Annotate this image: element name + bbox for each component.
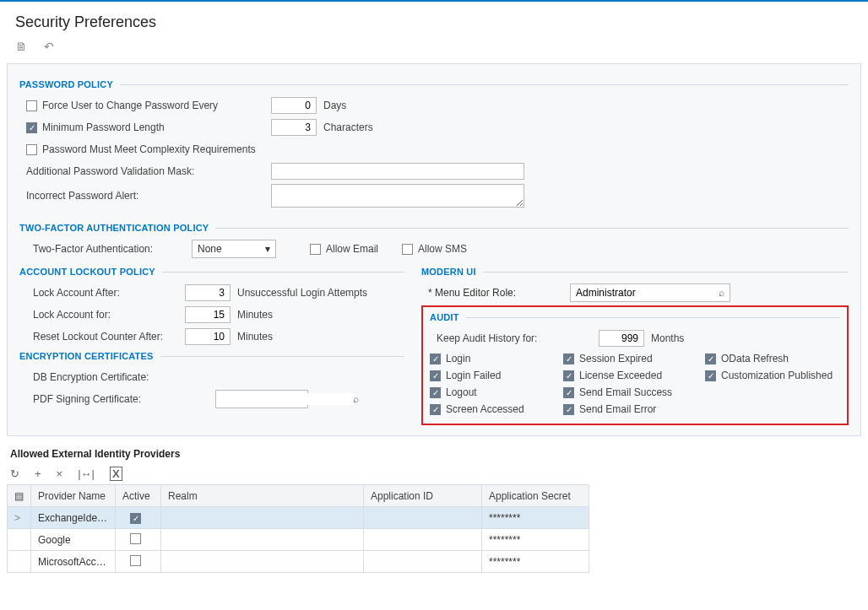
min-length-input[interactable] — [271, 119, 317, 136]
audit-item: ✓Customization Published — [705, 370, 840, 381]
col-provider-name[interactable]: Provider Name — [31, 485, 116, 507]
audit-checkbox[interactable]: ✓ — [430, 354, 441, 364]
table-row[interactable]: MicrosoftAcc…******** — [8, 551, 589, 573]
search-icon[interactable]: ⌕ — [713, 287, 730, 299]
cell-app-id[interactable] — [364, 529, 482, 551]
reset-counter-label: Reset Lockout Counter After: — [33, 331, 163, 343]
row-handle[interactable]: > — [8, 507, 31, 529]
table-row[interactable]: Google******** — [8, 529, 589, 551]
audit-item: ✓Login Failed — [430, 370, 556, 381]
cell-active[interactable] — [116, 551, 161, 573]
refresh-icon[interactable]: ↻ — [10, 467, 19, 480]
cell-app-secret[interactable]: ******** — [482, 529, 589, 551]
delete-icon[interactable]: × — [57, 467, 63, 480]
min-length-checkbox[interactable]: ✓ — [26, 122, 37, 133]
audit-checkbox[interactable]: ✓ — [563, 370, 574, 381]
lock-for-label: Lock Account for: — [33, 309, 111, 321]
active-checkbox[interactable] — [130, 533, 141, 544]
chevron-down-icon: ▾ — [265, 243, 270, 255]
tfa-value: None — [198, 243, 222, 255]
menu-editor-role-lookup[interactable]: ⌕ — [570, 283, 730, 302]
complexity-checkbox[interactable] — [26, 144, 37, 155]
cell-provider-name[interactable]: Google — [31, 529, 116, 551]
audit-item: ✓License Exceeded — [563, 370, 698, 381]
cell-provider-name[interactable]: MicrosoftAcc… — [31, 551, 116, 573]
menu-editor-role-label: * Menu Editor Role: — [421, 287, 570, 299]
audit-label: OData Refresh — [721, 353, 789, 364]
audit-label: Login Failed — [446, 370, 501, 381]
main-panel: PASSWORD POLICY Force User to Change Pas… — [7, 63, 861, 436]
keep-history-label: Keep Audit History for: — [437, 332, 537, 344]
allow-sms-checkbox[interactable] — [402, 244, 413, 255]
audit-label: Send Email Error — [579, 403, 656, 415]
cell-realm[interactable] — [161, 551, 364, 573]
audit-checkbox[interactable]: ✓ — [705, 354, 716, 364]
menu-editor-role-input[interactable] — [571, 287, 713, 299]
active-checkbox[interactable] — [130, 555, 141, 566]
grid-corner[interactable]: ▤ — [8, 485, 31, 507]
keep-history-input[interactable] — [599, 330, 644, 347]
cell-realm[interactable] — [161, 529, 364, 551]
col-app-secret[interactable]: Application Secret — [482, 485, 589, 507]
pdf-cert-input[interactable] — [216, 393, 353, 405]
save-icon[interactable]: 🗎 — [15, 40, 27, 53]
audit-label: Screen Accessed — [446, 403, 524, 415]
page-title: Security Preferences — [0, 2, 868, 40]
cell-app-id[interactable] — [364, 507, 482, 529]
audit-checkbox[interactable]: ✓ — [563, 387, 574, 398]
fit-columns-icon[interactable]: |↔| — [78, 467, 95, 480]
lock-after-label: Lock Account After: — [33, 287, 120, 299]
force-change-checkbox[interactable] — [26, 100, 37, 111]
undo-icon[interactable]: ↶ — [44, 40, 54, 53]
page-toolbar: 🗎 ↶ — [0, 40, 868, 63]
audit-checkbox[interactable]: ✓ — [430, 387, 441, 398]
audit-label: Logout — [446, 386, 477, 398]
export-icon[interactable]: X — [110, 467, 122, 481]
lock-for-unit: Minutes — [237, 309, 273, 321]
audit-checkbox[interactable]: ✓ — [563, 354, 574, 364]
validation-mask-input[interactable] — [271, 163, 524, 180]
audit-item: ✓Logout — [430, 386, 556, 398]
cell-realm[interactable] — [161, 507, 364, 529]
cell-active[interactable]: ✓ — [116, 507, 161, 529]
audit-checkbox[interactable]: ✓ — [563, 404, 574, 415]
audit-label: Login — [446, 353, 470, 364]
tfa-select[interactable]: None ▾ — [192, 240, 276, 258]
incorrect-alert-input[interactable] — [271, 184, 524, 208]
allow-sms-label: Allow SMS — [418, 243, 467, 255]
audit-item — [705, 386, 840, 398]
section-encryption: ENCRYPTION CERTIFICATES — [19, 351, 404, 361]
section-label: MODERN UI — [421, 267, 476, 277]
section-label: AUDIT — [430, 312, 459, 322]
row-handle[interactable] — [8, 551, 31, 573]
force-change-label: Force User to Change Password Every — [42, 100, 218, 111]
audit-item: ✓Login — [430, 353, 556, 364]
pdf-cert-lookup[interactable]: ⌕ — [215, 390, 308, 408]
cell-app-secret[interactable]: ******** — [482, 551, 589, 573]
cell-app-id[interactable] — [364, 551, 482, 573]
audit-label: License Exceeded — [579, 370, 662, 381]
active-checkbox[interactable]: ✓ — [130, 513, 141, 524]
audit-checkbox[interactable]: ✓ — [430, 370, 441, 381]
search-icon[interactable]: ⌕ — [353, 393, 359, 405]
row-handle[interactable] — [8, 529, 31, 551]
add-icon[interactable]: + — [35, 467, 41, 480]
table-row[interactable]: >ExchangeIde…✓******** — [8, 507, 589, 529]
cell-provider-name[interactable]: ExchangeIde… — [31, 507, 116, 529]
lock-after-input[interactable] — [185, 284, 231, 301]
force-change-input[interactable] — [271, 97, 317, 114]
audit-checkbox[interactable]: ✓ — [705, 370, 716, 381]
providers-grid: ▤ Provider Name Active Realm Application… — [7, 484, 589, 573]
col-active[interactable]: Active — [116, 485, 161, 507]
col-realm[interactable]: Realm — [161, 485, 364, 507]
cell-app-secret[interactable]: ******** — [482, 507, 589, 529]
cell-active[interactable] — [116, 529, 161, 551]
lock-for-input[interactable] — [185, 306, 231, 323]
reset-counter-input[interactable] — [185, 328, 231, 345]
section-label: PASSWORD POLICY — [19, 79, 113, 89]
complexity-label: Password Must Meet Complexity Requiremen… — [42, 143, 256, 155]
validation-mask-row: Additional Password Validation Mask: — [19, 162, 849, 181]
col-app-id[interactable]: Application ID — [364, 485, 482, 507]
audit-checkbox[interactable]: ✓ — [430, 404, 441, 415]
allow-email-checkbox[interactable] — [310, 244, 321, 255]
